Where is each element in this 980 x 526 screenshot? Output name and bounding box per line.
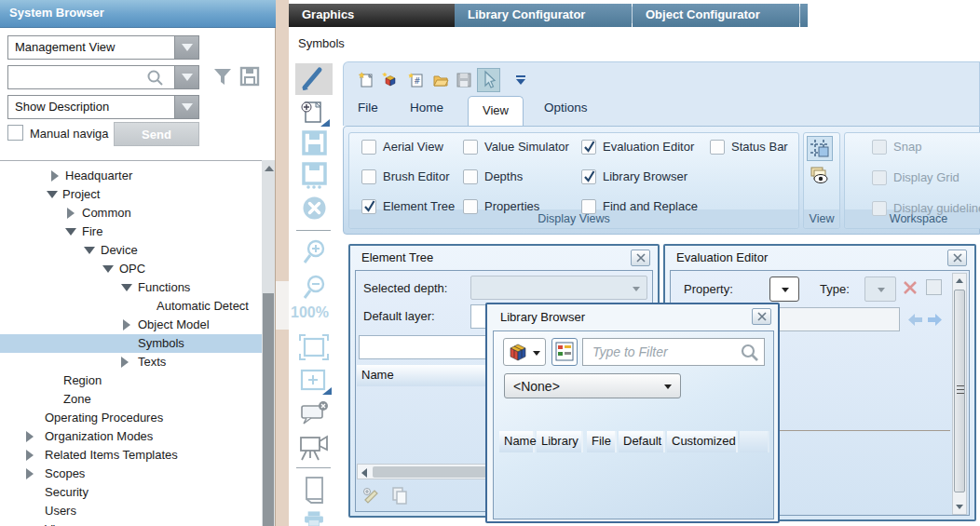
select-tool-button[interactable]	[477, 68, 500, 92]
type-dropdown[interactable]	[864, 276, 896, 302]
collapse-arrow-icon[interactable]	[26, 468, 34, 479]
collapse-arrow-icon[interactable]	[26, 431, 34, 442]
ribbon-tab-options[interactable]: Options	[544, 101, 588, 126]
checkbox-box[interactable]	[872, 170, 887, 185]
scroll-up-icon[interactable]	[956, 278, 963, 283]
tree-item-fire[interactable]: Fire	[0, 223, 262, 241]
library-filter-input[interactable]	[582, 338, 765, 366]
tab-graphics[interactable]: Graphics	[289, 4, 455, 27]
expand-arrow-icon[interactable]	[102, 265, 114, 273]
filter-icon[interactable]	[212, 66, 233, 87]
selected-depth-dropdown[interactable]	[470, 276, 647, 300]
tab-object-configurator[interactable]: Object Configurator	[633, 4, 799, 27]
new-object-icon[interactable]	[382, 72, 399, 88]
ribbon-tab-home[interactable]: Home	[410, 101, 443, 126]
column-header-name[interactable]: Name	[499, 431, 535, 452]
collapse-arrow-icon[interactable]	[26, 450, 34, 461]
expand-arrow-icon[interactable]	[84, 247, 95, 254]
scroll-down-icon[interactable]	[956, 505, 963, 509]
search-dropdown-button[interactable]	[174, 66, 198, 88]
center-view-icon[interactable]	[298, 367, 332, 395]
checkbox-box[interactable]	[872, 201, 887, 216]
column-header-library[interactable]: Library	[537, 431, 583, 452]
tree-item-views[interactable]: Views	[0, 520, 262, 526]
tree-item-users[interactable]: Users	[0, 502, 262, 520]
forward-arrow-icon[interactable]	[927, 313, 943, 327]
ribbon-tab-view[interactable]: View	[468, 96, 524, 127]
delete-evaluation-icon[interactable]	[902, 279, 919, 296]
evaluation-editor-close-button[interactable]	[947, 250, 967, 266]
tree-item-region[interactable]: Region	[0, 371, 262, 390]
tree-item-common[interactable]: Common	[0, 204, 262, 223]
zoom-level[interactable]: 100%	[291, 304, 337, 321]
splitter-handle[interactable]	[276, 281, 289, 330]
tree-item-automatic-detect[interactable]: Automatic Detect	[0, 297, 262, 316]
draw-tool-button[interactable]	[295, 63, 333, 95]
expand-arrow-icon[interactable]	[47, 191, 58, 198]
checkbox-box[interactable]	[463, 169, 478, 184]
tree-item-organization-modes[interactable]: Organization Modes	[0, 427, 262, 446]
save-filter-icon[interactable]	[238, 65, 261, 88]
checkbox-box[interactable]	[872, 140, 887, 155]
open-file-icon[interactable]	[432, 72, 449, 88]
checkbox-box[interactable]	[581, 199, 596, 214]
new-template-icon[interactable]: #	[408, 72, 425, 88]
library-list-area[interactable]	[499, 452, 769, 514]
tree-item-security[interactable]: Security	[0, 483, 262, 502]
close-drawing-icon[interactable]	[302, 196, 327, 221]
tree-item-zone[interactable]: Zone	[0, 390, 262, 409]
collapse-arrow-icon[interactable]	[51, 170, 59, 182]
grid-settings-button[interactable]	[807, 136, 833, 161]
tree-item-related-items-templates[interactable]: Related Items Templates	[0, 446, 262, 465]
value-field[interactable]	[777, 307, 900, 331]
tree-scrollbar[interactable]	[262, 160, 275, 526]
send-button[interactable]: Send	[114, 122, 199, 146]
checkbox-box[interactable]	[463, 199, 478, 214]
library-source-button[interactable]	[503, 338, 546, 366]
checkbox-box[interactable]	[361, 169, 376, 184]
column-header-default[interactable]: Default	[619, 431, 665, 452]
copy-element-icon[interactable]	[389, 486, 410, 505]
scroll-left-icon[interactable]	[361, 468, 367, 478]
tree-item-object-model[interactable]: Object Model	[0, 316, 262, 334]
collapse-arrow-icon[interactable]	[123, 319, 130, 330]
save-as-icon[interactable]	[302, 162, 327, 190]
collapse-arrow-icon[interactable]	[67, 208, 75, 219]
layers-visibility-icon[interactable]	[809, 165, 829, 185]
zoom-out-icon[interactable]	[300, 274, 328, 302]
column-header-file[interactable]: File	[587, 431, 617, 452]
customize-toolbar-icon[interactable]	[514, 74, 527, 86]
tab-library-configurator[interactable]: Library Configurator	[455, 4, 632, 27]
print-icon[interactable]	[298, 510, 330, 526]
view-mode-dropdown-button[interactable]	[174, 36, 198, 59]
description-mode-dropdown[interactable]: Show Description	[7, 95, 199, 119]
remove-comment-icon[interactable]	[298, 400, 330, 428]
ribbon-tab-file[interactable]: File	[358, 101, 378, 126]
vscrollbar-thumb[interactable]	[954, 290, 965, 492]
evaluation-checkbox[interactable]	[926, 279, 942, 295]
checkbox-box[interactable]	[581, 140, 596, 155]
scroll-up-icon[interactable]	[265, 166, 274, 171]
search-box[interactable]	[7, 65, 199, 89]
property-dropdown[interactable]	[769, 276, 799, 302]
checkbox-box[interactable]	[581, 169, 596, 184]
search-icon[interactable]	[740, 343, 760, 363]
save-icon[interactable]	[456, 72, 472, 88]
library-select-dropdown[interactable]: <None>	[504, 373, 681, 398]
tree-item-scopes[interactable]: Scopes	[0, 465, 262, 483]
zoom-in-icon[interactable]	[300, 238, 328, 266]
evaluation-vscrollbar[interactable]	[952, 273, 967, 515]
column-header-customized[interactable]: Customized	[667, 431, 738, 452]
tree-item-operating-procedures[interactable]: Operating Procedures	[0, 409, 262, 427]
expand-arrow-icon[interactable]	[65, 228, 76, 236]
tree-scrollbar-thumb[interactable]	[263, 293, 274, 526]
tree-item-opc[interactable]: OPC	[0, 260, 262, 278]
manual-navigation-checkbox[interactable]	[7, 125, 23, 141]
page-setup-icon[interactable]	[302, 475, 328, 505]
tree-item-device[interactable]: Device	[0, 241, 262, 260]
checkbox-box[interactable]	[463, 140, 478, 155]
library-browser-close-button[interactable]	[752, 308, 771, 325]
view-mode-button[interactable]	[551, 338, 578, 366]
description-dropdown-button[interactable]	[174, 96, 198, 118]
tree-item-project[interactable]: Project	[0, 185, 262, 204]
